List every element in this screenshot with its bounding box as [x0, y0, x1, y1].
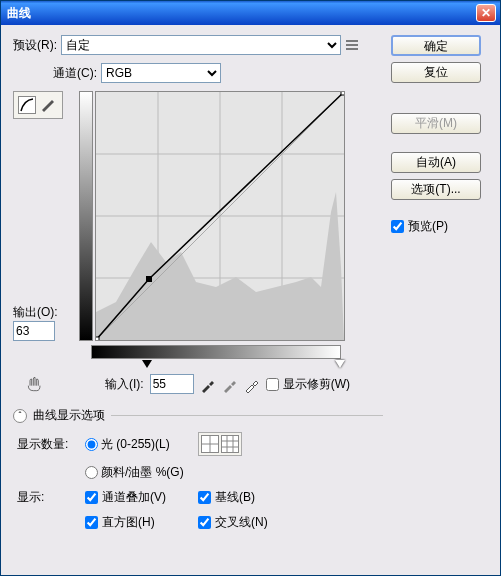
channel-label: 通道(C):	[53, 65, 97, 82]
preview-label: 预览(P)	[408, 218, 448, 235]
curve-display-options-label: 曲线显示选项	[33, 407, 105, 424]
grid-large-icon[interactable]	[221, 435, 239, 453]
input-label: 输入(I):	[105, 376, 144, 393]
white-point-slider[interactable]	[335, 360, 345, 368]
output-input[interactable]	[13, 321, 55, 341]
close-button[interactable]: ✕	[476, 4, 496, 22]
tool-box	[13, 91, 63, 119]
curve-tool-icon[interactable]	[18, 96, 36, 114]
input-input[interactable]	[150, 374, 194, 394]
pigment-radio[interactable]: 颜料/油墨 %(G)	[85, 464, 184, 481]
black-eyedropper-icon[interactable]	[200, 375, 216, 393]
gray-eyedropper-icon[interactable]	[222, 375, 238, 393]
show-amount-label: 显示数量:	[17, 436, 77, 453]
expand-toggle[interactable]: ˆ	[13, 409, 27, 423]
curve-point-start	[96, 337, 99, 340]
baseline-checkbox[interactable]: 基线(B)	[198, 489, 303, 506]
black-point-slider[interactable]	[142, 360, 152, 368]
options-button[interactable]: 选项(T)...	[391, 179, 481, 200]
pencil-tool-icon[interactable]	[38, 96, 56, 114]
channel-overlay-checkbox[interactable]: 通道叠加(V)	[85, 489, 190, 506]
grid-small-icon[interactable]	[201, 435, 219, 453]
curves-dialog: 曲线 ✕ 预设(R): 自定 通道(C): RGB	[0, 0, 501, 576]
preset-label: 预设(R):	[13, 37, 57, 54]
horizontal-gradient	[91, 345, 341, 359]
preview-checkbox[interactable]: 预览(P)	[391, 218, 481, 235]
curve-point-end	[341, 92, 344, 95]
window-title: 曲线	[5, 5, 476, 22]
ok-button[interactable]: 确定	[391, 35, 481, 56]
show-label: 显示:	[17, 489, 77, 506]
grid-size-group	[198, 432, 242, 456]
histogram-checkbox[interactable]: 直方图(H)	[85, 514, 190, 531]
white-eyedropper-icon[interactable]	[244, 375, 260, 393]
smooth-button: 平滑(M)	[391, 113, 481, 134]
auto-button[interactable]: 自动(A)	[391, 152, 481, 173]
show-clipping-checkbox[interactable]: 显示修剪(W)	[266, 376, 350, 393]
curve-graph[interactable]	[95, 91, 345, 341]
preset-select[interactable]: 自定	[61, 35, 341, 55]
preset-menu-icon[interactable]	[345, 38, 359, 52]
light-radio[interactable]: 光 (0-255)(L)	[85, 436, 170, 453]
reset-button[interactable]: 复位	[391, 62, 481, 83]
channel-select[interactable]: RGB	[101, 63, 221, 83]
title-bar: 曲线 ✕	[1, 1, 500, 25]
show-clipping-label: 显示修剪(W)	[283, 376, 350, 393]
hand-adjust-icon[interactable]	[23, 373, 47, 395]
intersection-checkbox[interactable]: 交叉线(N)	[198, 514, 303, 531]
output-label: 输出(O):	[13, 304, 73, 321]
curve-point-mid	[146, 276, 152, 282]
vertical-gradient	[79, 91, 93, 341]
divider	[111, 415, 383, 416]
